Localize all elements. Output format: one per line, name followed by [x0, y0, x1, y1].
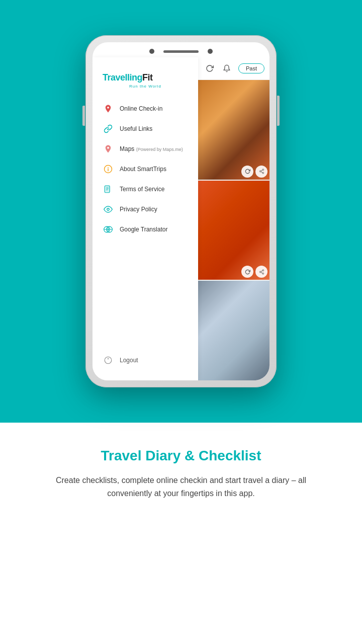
- svg-line-24: [260, 271, 262, 272]
- menu-item-links[interactable]: Useful Links: [93, 119, 198, 139]
- eye-icon: [103, 204, 114, 215]
- menu-label-terms: Terms of Service: [120, 186, 164, 193]
- bell-icon[interactable]: [221, 61, 233, 75]
- content-header: Past: [198, 57, 269, 80]
- svg-line-19: [260, 170, 262, 171]
- camera-dot-right: [208, 49, 213, 54]
- photo-actions-1: [241, 166, 267, 178]
- content-panel: Past: [198, 57, 269, 380]
- map-icon: [103, 143, 114, 154]
- menu-item-checkin[interactable]: Online Check-in: [93, 99, 198, 119]
- photo-item-1: [198, 80, 269, 180]
- menu-label-links: Useful Links: [120, 125, 152, 132]
- photo-share-btn-1[interactable]: [255, 166, 267, 178]
- menu-label-translator: Google Translator: [120, 226, 167, 233]
- menu-item-privacy[interactable]: Privacy Policy: [93, 199, 198, 219]
- doc-icon: [103, 184, 114, 195]
- app-logo-text: TravellingFit: [103, 72, 188, 83]
- menu-label-privacy: Privacy Policy: [120, 206, 157, 213]
- menu-item-translator[interactable]: Google Translator: [93, 219, 198, 239]
- screen-content: TravellingFit Run the World Online Check…: [93, 42, 269, 380]
- menu-item-maps[interactable]: Maps (Powered by Maps.me): [93, 139, 198, 159]
- bottom-title: Travel Diary & Checklist: [20, 448, 342, 464]
- refresh-icon-top[interactable]: [203, 61, 216, 75]
- app-logo: TravellingFit Run the World: [93, 67, 198, 99]
- menu-item-logout[interactable]: Logout: [93, 350, 198, 370]
- svg-point-4: [108, 167, 109, 168]
- svg-point-20: [262, 270, 263, 271]
- info-icon: [103, 164, 114, 175]
- photo-image-3: [198, 281, 269, 380]
- svg-point-0: [108, 147, 109, 148]
- phone-button-right: [277, 96, 280, 126]
- svg-point-15: [262, 169, 263, 171]
- photo-image-2: [198, 181, 269, 280]
- svg-line-23: [260, 272, 262, 273]
- photo-item-3: [198, 281, 269, 380]
- top-section: TravellingFit Run the World Online Check…: [0, 0, 362, 423]
- photo-item-2: [198, 181, 269, 280]
- phone-button-left: [82, 106, 85, 126]
- menu-item-terms[interactable]: Terms of Service: [93, 179, 198, 199]
- menu-panel: TravellingFit Run the World Online Check…: [93, 57, 198, 380]
- translate-icon: [103, 224, 114, 235]
- bottom-section: Travel Diary & Checklist Create checklis…: [0, 423, 362, 520]
- camera-dot-left: [149, 49, 154, 54]
- links-icon: [103, 123, 114, 134]
- svg-point-21: [259, 271, 261, 273]
- location-icon: [103, 103, 114, 114]
- photo-image-1: [198, 80, 269, 180]
- speaker-bar: [163, 50, 199, 53]
- photo-refresh-btn-2[interactable]: [241, 266, 253, 278]
- photo-list: [198, 80, 269, 380]
- svg-point-14: [105, 357, 112, 364]
- past-button[interactable]: Past: [238, 63, 264, 73]
- svg-point-22: [262, 273, 263, 274]
- menu-label-about: About SmartTrips: [120, 166, 166, 173]
- phone-screen: TravellingFit Run the World Online Check…: [93, 42, 269, 380]
- menu-label-logout: Logout: [120, 357, 138, 364]
- svg-point-10: [107, 208, 110, 211]
- phone-top-bar: [93, 44, 269, 58]
- menu-label-maps: Maps (Powered by Maps.me): [120, 145, 183, 152]
- logout-icon: [103, 355, 114, 366]
- phone-cameras: [149, 49, 213, 54]
- svg-point-17: [262, 173, 263, 174]
- bottom-description: Create checklists, complete online check…: [35, 474, 327, 500]
- menu-label-checkin: Online Check-in: [120, 105, 162, 112]
- photo-refresh-btn-1[interactable]: [241, 166, 253, 178]
- photo-share-btn-2[interactable]: [255, 266, 267, 278]
- app-logo-tagline: Run the World: [103, 84, 188, 89]
- svg-line-18: [260, 172, 262, 173]
- phone-mockup: TravellingFit Run the World Online Check…: [85, 35, 277, 387]
- photo-actions-2: [241, 266, 267, 278]
- menu-item-about[interactable]: About SmartTrips: [93, 159, 198, 179]
- svg-point-16: [259, 171, 261, 172]
